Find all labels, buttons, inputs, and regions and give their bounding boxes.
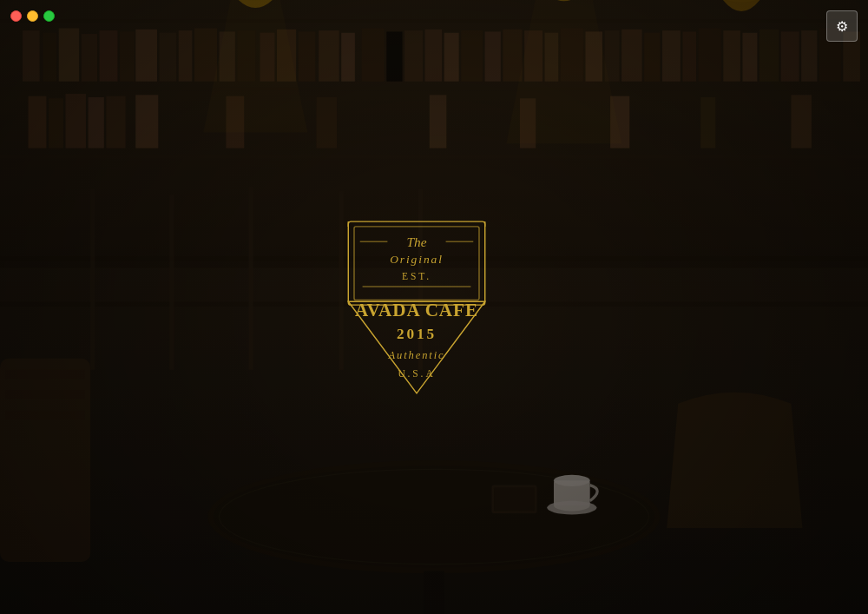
cafe-badge: .badge-text { font-family: Georgia, 'Tim… [321, 203, 512, 412]
svg-text:2015: 2015 [397, 325, 437, 341]
gear-icon: ⚙ [836, 33, 848, 35]
svg-text:Authentic: Authentic [387, 348, 444, 360]
close-button[interactable] [10, 10, 22, 22]
svg-text:U.S.A: U.S.A [398, 367, 435, 378]
maximize-button[interactable] [43, 10, 55, 22]
svg-text:EST.: EST. [402, 271, 431, 281]
hero-area: .badge-text { font-family: Georgia, 'Tim… [0, 33, 868, 614]
svg-text:Original: Original [390, 253, 444, 266]
settings-button[interactable]: ⚙ [826, 33, 858, 42]
svg-text:AVADA CAFE: AVADA CAFE [355, 299, 478, 320]
main-content: CAFÉ AVADA HOME ABOUT US FOOD & DRINK OU… [0, 33, 868, 614]
svg-text:The: The [406, 234, 426, 248]
traffic-lights [10, 10, 55, 22]
mac-window: theme-fusion.com ↻ [0, 0, 868, 614]
minimize-button[interactable] [27, 10, 38, 22]
